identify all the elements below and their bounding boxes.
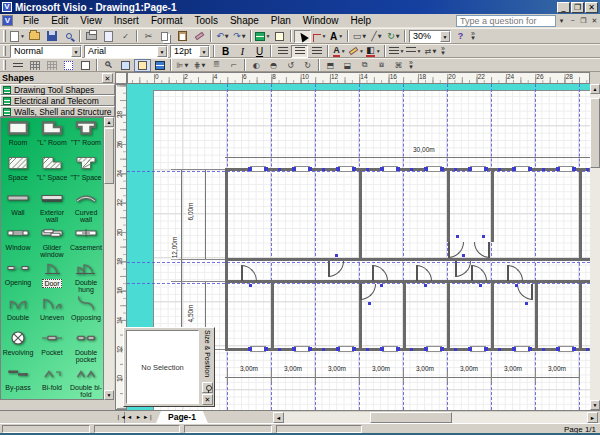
door-shape[interactable] [360,284,376,300]
rectangle-tool-button[interactable]: ▭▼ [351,30,368,43]
door-shape[interactable] [241,265,257,281]
window-shape[interactable] [558,166,574,172]
vertical-scroll-thumb[interactable] [590,98,600,168]
shapes-panel-close-icon[interactable]: ✕ [102,73,113,83]
menu-view[interactable]: View [74,14,108,27]
toolbar-options-chevron[interactable]: »▾ [441,47,445,55]
window-shape[interactable] [338,166,354,172]
rotate-left-button[interactable]: ↺ [282,59,299,72]
fill-color-button[interactable]: ◧▼ [365,45,382,58]
document-icon[interactable]: V [2,15,13,26]
menu-format[interactable]: Format [145,14,189,27]
new-drawing-button[interactable]: ▼ [9,30,26,43]
save-button[interactable] [43,30,60,43]
line-tool-button[interactable]: ╱▼ [368,30,385,43]
dim-label-room[interactable]: 3,00m [403,365,447,372]
format-painter-button[interactable] [191,30,208,43]
stencil-bar-electrical-telecom[interactable]: Electrical and Telecom [0,95,115,106]
stencil-master-double-hung[interactable]: Double hung [69,260,103,295]
paste-button[interactable] [174,30,191,43]
door-shape[interactable] [328,261,344,277]
copy-button[interactable] [157,30,174,43]
connection-points-button[interactable] [60,59,77,72]
window-shape[interactable] [294,346,310,352]
scroll-up-icon[interactable]: ▲ [590,84,600,94]
wall-interior-lower[interactable] [271,283,274,348]
dim-label-width[interactable]: 30,00m [412,146,436,153]
stencil-master-opening[interactable]: Opening [1,260,35,295]
stencil-master-casement[interactable]: Casement [69,225,103,260]
menu-file[interactable]: File [17,14,45,27]
doc-restore-button[interactable]: ❐ [578,15,589,27]
ruler-toggle-button[interactable] [9,59,26,72]
size-position-titlebar[interactable]: Size & Position ✕ [201,328,214,406]
window-shape[interactable] [382,166,398,172]
wall-interior-upper[interactable] [579,171,582,258]
scroll-right-icon[interactable]: ► [587,412,598,423]
window-shape[interactable] [338,346,354,352]
group-button[interactable]: ⧉ [356,59,373,72]
toolbar-grip[interactable] [3,30,6,41]
text-color-button[interactable]: A▼ [331,45,348,58]
wall-interior-upper[interactable] [359,171,362,258]
guide-vertical[interactable] [535,84,536,410]
line-color-button[interactable]: ▼ [348,45,365,58]
stencil-master-double-bi-fold[interactable]: Double bi-fold [69,365,103,400]
rotation-tool-button[interactable]: ↻▼ [385,30,402,43]
window-shape[interactable] [294,166,310,172]
stencil-master-uneven[interactable]: Uneven [35,295,69,330]
stencil-scroll-thumb[interactable] [104,128,114,184]
dim-label-room[interactable]: 3,00m [271,365,315,372]
guide-vertical[interactable] [271,84,272,410]
stencil-master-exterior-wall[interactable]: Exterior wall [35,190,69,225]
door-shape[interactable] [517,284,533,300]
stencil-master-t-space[interactable]: "T" Space [69,155,103,190]
cut-button[interactable]: ✂ [140,30,157,43]
guide-vertical[interactable] [315,84,316,410]
redo-button[interactable]: ↷▼ [231,30,248,43]
dim-label-upper[interactable]: 6,00m [187,201,194,221]
guides-toggle-button[interactable] [43,59,60,72]
size-position-window[interactable]: No Selection Size & Position ✕ [123,327,215,407]
page-tab[interactable]: Page-1 [156,411,208,423]
undo-button[interactable]: ↶▼ [214,30,231,43]
help-dropdown-icon[interactable]: ▾ [556,15,567,27]
menu-tools[interactable]: Tools [189,14,224,27]
text-tool-button[interactable]: A▼ [328,30,345,43]
toolbar-grip[interactable] [3,60,6,70]
close-button[interactable]: ✕ [585,2,598,13]
underline-button[interactable]: U [251,45,268,58]
stencil-master-room[interactable]: Room [1,120,35,155]
menu-shape[interactable]: Shape [224,14,265,27]
style-combo[interactable]: Normal▼ [10,45,82,58]
stencil-master-l-space[interactable]: "L" Space [35,155,69,190]
stencil-master-curved-wall[interactable]: Curved wall [69,190,103,225]
stencil-master-opposing[interactable]: Opposing [69,295,103,330]
vertical-scrollbar[interactable]: ▲ ▼ [590,84,600,410]
stencil-master-door[interactable]: Door [35,260,69,295]
toolbar-options-chevron[interactable]: »▾ [471,32,475,40]
size-position-window-button[interactable] [134,59,151,72]
door-shape[interactable] [471,265,487,281]
window-shape[interactable] [250,346,266,352]
window-shape[interactable] [470,166,486,172]
scroll-down-icon[interactable]: ▼ [590,400,600,410]
first-page-button[interactable]: ❘◄ [116,412,125,423]
doc-minimize-button[interactable]: − [567,15,578,27]
door-shape[interactable] [474,242,490,258]
wall-corridor-upper[interactable] [225,258,590,261]
stencil-scrollbar[interactable]: ▲ ▼ [104,117,114,400]
window-shape[interactable] [426,346,442,352]
rotate-right-button[interactable]: ↻ [299,59,316,72]
stencil-master-revolving[interactable]: Revolving [1,330,35,365]
scroll-left-icon[interactable]: ◄ [273,412,284,423]
stencil-master-space[interactable]: Space [1,155,35,190]
stencil-master-glider-window[interactable]: Glider window [35,225,69,260]
dim-line-upper[interactable] [205,169,206,260]
open-button[interactable] [26,30,43,43]
shapes-panel-header[interactable]: Shapes ✕ [0,72,115,84]
wall-exterior-left[interactable] [225,168,228,351]
pointer-tool-button[interactable] [294,30,311,43]
font-size-combo[interactable]: 12pt▼ [170,45,210,58]
wall-interior-lower[interactable] [579,283,582,348]
